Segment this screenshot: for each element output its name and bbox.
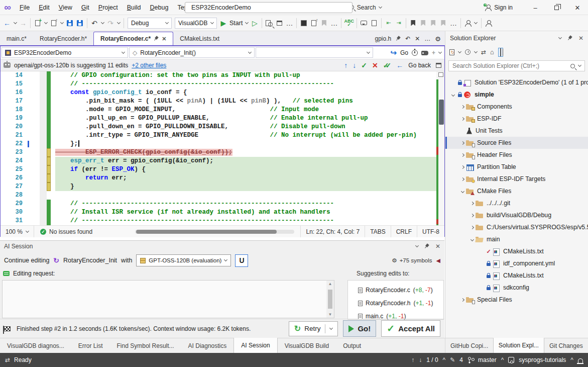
bookmark-prev-icon[interactable]: [418, 18, 428, 29]
preview-selected-items-icon[interactable]: [498, 48, 503, 57]
bottom-tab-ai-diagnostics[interactable]: AI Diagnostics: [181, 338, 234, 353]
attach-window-ic[interactable]: [274, 18, 284, 29]
history-icon[interactable]: [465, 49, 471, 55]
code-line-22[interactable]: 22 };: [1, 140, 436, 148]
solution-search-chevron[interactable]: [578, 63, 581, 67]
suggested-file-RotaryEncoder.h[interactable]: RotaryEncoder.h(+1, -1): [358, 297, 440, 310]
tree-item-build-visualgdb-debug[interactable]: build/VisualGDB/Debug: [445, 209, 588, 221]
code-line-20[interactable]: 20 .pull_down_en = GPIO_PULLDOWN_DISABLE…: [1, 123, 436, 131]
retry-button[interactable]: ↻ Retry: [289, 321, 338, 336]
code-line-21[interactable]: 21 .intr_type = GPIO_INTR_ANYEDGE // No …: [1, 131, 436, 140]
se-close-icon[interactable]: ✕: [578, 35, 583, 42]
scrollbar-thumb[interactable]: [439, 100, 444, 125]
menu-item-file[interactable]: File: [15, 0, 34, 15]
horizontal-scrollbar[interactable]: [135, 230, 294, 234]
sync-chevron[interactable]: [458, 49, 461, 53]
sync-chevron-up[interactable]: ^: [443, 356, 446, 363]
bookmark-overflow-icon[interactable]: …: [448, 18, 458, 29]
indent-decrease-icon[interactable]: ⇤: [384, 18, 394, 29]
other-files-link[interactable]: +2 other files: [132, 62, 166, 69]
tree-item-special-files[interactable]: Special Files: [445, 294, 588, 306]
close-preview-icon[interactable]: ✕: [415, 35, 420, 42]
bottom-tab-find-symbol-result-[interactable]: Find Symbol Result...: [110, 338, 181, 353]
start-label[interactable]: Start: [229, 20, 243, 27]
refresh-symbol-icon[interactable]: ↻: [53, 256, 59, 264]
open-file-chevron[interactable]: [59, 18, 65, 29]
tree-item-idf-component-yml[interactable]: idf_component.yml: [445, 257, 588, 269]
save-all-icon[interactable]: [75, 18, 85, 29]
member-dropdown[interactable]: [256, 47, 373, 58]
quick-search-input[interactable]: ESP32EncoderDemo: [185, 2, 352, 13]
comment-icon[interactable]: [359, 18, 369, 29]
collapsed-chevron-icon[interactable]: [470, 201, 474, 205]
request-scroll-thumb[interactable]: [328, 290, 332, 309]
collapsed-chevron-icon[interactable]: [460, 165, 464, 168]
toolbar-overflow-icon[interactable]: …: [284, 18, 294, 29]
switch-views-icon[interactable]: ⇄: [481, 49, 486, 56]
tree-item-cmake-files[interactable]: CMake Files: [445, 185, 588, 197]
collapsed-chevron-icon[interactable]: [460, 141, 464, 144]
pending-edits-count[interactable]: 4: [459, 356, 463, 363]
reject-edit-icon[interactable]: ✕: [372, 61, 378, 69]
tree-item-c-users-virtual-sysprogs-esp-v5-5[interactable]: C:/Users/virtual.SYSPROGS/esp/v5.5: [445, 221, 588, 233]
new-file-chevron[interactable]: [43, 18, 49, 29]
editor-settings-gear-icon[interactable]: ⚙: [435, 35, 441, 43]
tab-CMakeListstxt[interactable]: CMakeLists.txt: [173, 32, 226, 45]
bottom-tab-output[interactable]: Output: [336, 338, 368, 353]
navigate-forward-icon[interactable]: →: [18, 18, 28, 29]
menu-item-debug[interactable]: Debug: [146, 0, 173, 15]
collapse-panel-icon[interactable]: ◀: [436, 257, 440, 264]
code-line-19[interactable]: 19 .pull_up_en = GPIO_PULLUP_ENABLE, // …: [1, 114, 436, 123]
sign-in-button[interactable]: + Sign in: [485, 4, 513, 11]
undo-chevron[interactable]: [99, 18, 105, 29]
sync-counts[interactable]: 1 / 0: [426, 356, 438, 363]
right-tab-solution-expl-[interactable]: Solution Expl...: [493, 338, 544, 353]
collapsed-chevron-icon[interactable]: [470, 225, 474, 229]
collapsed-chevron-icon[interactable]: [460, 117, 464, 120]
expanded-chevron-icon[interactable]: [451, 93, 454, 96]
tree-item-solution-esp32encoderdemo-1-of-1-project-[interactable]: Solution 'ESP32EncoderDemo' (1 of 1 proj…: [445, 76, 588, 88]
solution-platform-combo[interactable]: VisualGDB: [175, 18, 217, 29]
panel-pin-icon[interactable]: [423, 243, 430, 250]
code-line-23[interactable]: 23 ESP_ERROR_CHECK(gpio_config(&io_conf)…: [1, 148, 436, 157]
spell-check-icon[interactable]: ABC✓: [343, 18, 355, 29]
encoding[interactable]: UTF-8: [417, 226, 444, 237]
go-arrow-icon[interactable]: ↪: [390, 48, 397, 57]
collapsed-chevron-icon[interactable]: [460, 105, 464, 108]
close-button[interactable]: ✕: [567, 0, 588, 15]
hscroll-thumb[interactable]: [136, 230, 277, 234]
accept-all-button[interactable]: ✓ Accept All: [381, 320, 440, 337]
program-flash-icon[interactable]: [309, 18, 319, 29]
tree-item-simple[interactable]: simple: [445, 88, 588, 101]
profile-icon[interactable]: [463, 18, 473, 29]
solution-search-box[interactable]: [448, 60, 585, 71]
accept-edit-icon[interactable]: ✓: [361, 61, 367, 69]
repository-name[interactable]: sysprogs-tutorials: [519, 356, 566, 363]
tree-item-sdkconfig[interactable]: sdkconfig: [445, 282, 588, 294]
code-line-24[interactable]: 24 esp_err_t err = gpio_config(&io_conf)…: [1, 157, 436, 165]
start-debug-icon[interactable]: ▶: [218, 18, 228, 29]
code-line-27[interactable]: 27 }: [1, 182, 436, 191]
branch-chevron-up[interactable]: ^: [501, 356, 504, 363]
tree-item-unit-tests[interactable]: Unit Tests: [445, 125, 588, 137]
menu-item-build[interactable]: Build: [123, 0, 146, 15]
active-tab-close-icon[interactable]: ✕: [162, 36, 166, 42]
minimize-button[interactable]: –: [525, 0, 546, 15]
code-area[interactable]: 14 // GPIO configuration: set the two pi…: [1, 71, 444, 225]
bottom-tab-visualgdb-diagnos-[interactable]: VisualGDB diagnos...: [0, 338, 71, 353]
add-chevron[interactable]: [438, 50, 442, 54]
memory-chip-icon[interactable]: [299, 18, 309, 29]
repo-chevron-up[interactable]: ^: [570, 356, 573, 363]
solution-configuration-combo[interactable]: Debug: [128, 18, 172, 29]
tree-item-esp-idf[interactable]: ESP-IDF: [445, 113, 588, 125]
tree-item-partition-table[interactable]: Partition Table: [445, 161, 588, 173]
symbol-dropdown[interactable]: ◇ RotaryEncoder_Init(): [129, 47, 255, 58]
solution-search-input[interactable]: [452, 62, 567, 69]
tree-item-cmakelists-txt[interactable]: CMakeLists.txt: [445, 269, 588, 282]
menu-item-view[interactable]: View: [54, 0, 77, 15]
zoom-selector[interactable]: 100 %: [1, 226, 34, 237]
line-endings[interactable]: CRLF: [391, 226, 417, 237]
symbols-badge[interactable]: ⚙ +75 symbols: [392, 257, 432, 264]
code-line-28[interactable]: 28: [1, 191, 436, 200]
save-icon[interactable]: [65, 18, 75, 29]
